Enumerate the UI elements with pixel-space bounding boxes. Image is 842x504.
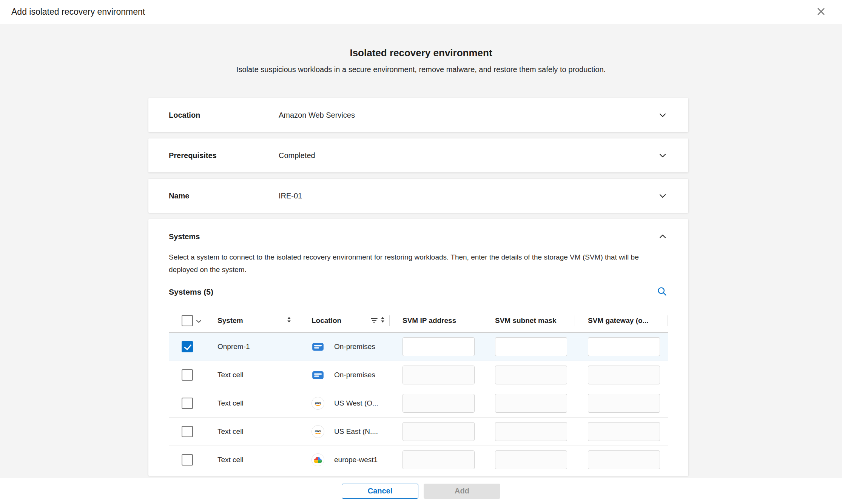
svm-gateway-cell bbox=[575, 446, 668, 474]
system-cell-wrap: Text cell bbox=[211, 389, 298, 417]
sort-icon[interactable] bbox=[380, 316, 385, 325]
location-header-icons bbox=[371, 316, 390, 325]
svm-gateway-input[interactable] bbox=[588, 394, 660, 413]
row-select-cell bbox=[169, 446, 211, 474]
column-header-svm-subnet-label: SVM subnet mask bbox=[495, 317, 557, 325]
provider-icon: aws bbox=[312, 425, 324, 438]
sort-icon[interactable] bbox=[287, 316, 291, 325]
location-cell: aws US East (N.... bbox=[298, 418, 390, 446]
location-label: US East (N.... bbox=[334, 427, 378, 436]
svm-subnet-cell bbox=[482, 361, 575, 389]
dialog-footer: Cancel Add bbox=[0, 478, 842, 504]
systems-table: System Location bbox=[169, 309, 668, 474]
systems-count: Systems (5) bbox=[169, 287, 213, 297]
system-cell: Onprem-1 bbox=[217, 343, 250, 351]
select-menu-caret-icon[interactable] bbox=[196, 317, 201, 325]
dialog-body: Isolated recovery environment Isolate su… bbox=[0, 24, 842, 504]
dialog-header: Add isolated recovery environment bbox=[0, 0, 842, 24]
system-cell: Text cell bbox=[217, 399, 244, 407]
row-checkbox[interactable] bbox=[182, 369, 193, 381]
accordion-prerequisites[interactable]: Prerequisites Completed bbox=[148, 138, 688, 172]
row-select-cell bbox=[169, 418, 211, 446]
intro-section: Isolated recovery environment Isolate su… bbox=[0, 24, 842, 74]
svm-subnet-cell bbox=[482, 446, 575, 474]
table-row: Onprem-1 On-premises bbox=[169, 333, 668, 361]
svm-ip-cell bbox=[390, 333, 482, 361]
systems-accordion-header[interactable]: Systems bbox=[169, 232, 667, 241]
row-checkbox[interactable] bbox=[182, 426, 193, 437]
row-checkbox[interactable] bbox=[182, 341, 193, 352]
select-all-checkbox[interactable] bbox=[182, 315, 193, 326]
row-select-cell bbox=[169, 389, 211, 417]
close-icon bbox=[816, 6, 826, 18]
column-header-svm-gateway-label: SVM gateway (o... bbox=[588, 317, 648, 325]
accordion-list: Location Amazon Web Services Prerequisit… bbox=[148, 98, 688, 476]
svm-subnet-input[interactable] bbox=[495, 394, 567, 413]
system-cell-wrap: Text cell bbox=[211, 361, 298, 389]
svm-ip-input[interactable] bbox=[402, 394, 475, 413]
accordion-value: IRE-01 bbox=[279, 192, 658, 200]
svm-subnet-cell bbox=[482, 333, 575, 361]
svm-ip-input[interactable] bbox=[402, 450, 475, 469]
column-header-location: Location bbox=[298, 309, 390, 332]
svm-subnet-input[interactable] bbox=[495, 366, 567, 384]
search-icon bbox=[657, 286, 667, 298]
page-subtitle: Isolate suspicious workloads in a secure… bbox=[0, 65, 842, 74]
column-header-svm-ip-label: SVM IP address bbox=[402, 317, 456, 325]
accordion-location[interactable]: Location Amazon Web Services bbox=[148, 98, 688, 132]
location-cell: On-premises bbox=[298, 361, 390, 389]
accordion-name[interactable]: Name IRE-01 bbox=[148, 179, 688, 213]
svm-ip-input[interactable] bbox=[402, 366, 475, 384]
svg-text:aws: aws bbox=[315, 429, 321, 433]
svm-subnet-input[interactable] bbox=[495, 422, 567, 441]
page-title: Isolated recovery environment bbox=[0, 47, 842, 59]
location-cell: On-premises bbox=[298, 333, 390, 361]
add-button[interactable]: Add bbox=[424, 484, 500, 499]
svm-gateway-input[interactable] bbox=[588, 450, 660, 469]
row-checkbox[interactable] bbox=[182, 398, 193, 409]
filter-icon[interactable] bbox=[371, 317, 378, 325]
svm-gateway-input[interactable] bbox=[588, 366, 660, 384]
system-cell-wrap: Text cell bbox=[211, 418, 298, 446]
svm-ip-input[interactable] bbox=[402, 337, 475, 356]
search-button[interactable] bbox=[656, 286, 668, 298]
svm-ip-cell bbox=[390, 418, 482, 446]
accordion-value: Amazon Web Services bbox=[279, 111, 658, 120]
column-header-system-label: System bbox=[217, 317, 243, 325]
location-label: On-premises bbox=[334, 343, 375, 351]
location-label: US West (O... bbox=[334, 399, 378, 407]
row-checkbox[interactable] bbox=[182, 454, 193, 466]
svm-ip-cell bbox=[390, 389, 482, 417]
system-cell: Text cell bbox=[217, 427, 244, 436]
systems-table-body: Onprem-1 On-premises Text cell On-premis… bbox=[169, 333, 668, 474]
table-row: Text cell europe-west1 bbox=[169, 446, 668, 474]
svm-gateway-input[interactable] bbox=[588, 337, 660, 356]
svm-subnet-cell bbox=[482, 389, 575, 417]
svm-gateway-cell bbox=[575, 333, 668, 361]
accordion-label: Name bbox=[169, 192, 279, 200]
chevron-down-icon bbox=[658, 191, 667, 200]
location-label: europe-west1 bbox=[334, 456, 378, 464]
svg-text:aws: aws bbox=[315, 401, 321, 404]
system-cell-wrap: Onprem-1 bbox=[211, 333, 298, 361]
provider-icon: aws bbox=[312, 397, 324, 410]
location-label: On-premises bbox=[334, 371, 375, 379]
svm-ip-cell bbox=[390, 446, 482, 474]
svm-subnet-cell bbox=[482, 418, 575, 446]
svm-gateway-cell bbox=[575, 418, 668, 446]
svm-ip-cell bbox=[390, 361, 482, 389]
table-header-row: System Location bbox=[169, 309, 668, 333]
systems-toolbar: Systems (5) bbox=[169, 286, 668, 298]
svm-gateway-cell bbox=[575, 389, 668, 417]
svm-subnet-input[interactable] bbox=[495, 337, 567, 356]
svm-gateway-input[interactable] bbox=[588, 422, 660, 441]
row-select-cell bbox=[169, 361, 211, 389]
chevron-down-icon bbox=[658, 151, 667, 160]
systems-description: Select a system to connect to the isolat… bbox=[169, 251, 664, 276]
row-select-cell bbox=[169, 333, 211, 361]
cancel-button[interactable]: Cancel bbox=[342, 484, 418, 499]
close-button[interactable] bbox=[813, 4, 829, 20]
svm-subnet-input[interactable] bbox=[495, 450, 567, 469]
svm-ip-input[interactable] bbox=[402, 422, 475, 441]
table-row: Text cell aws US West (O... bbox=[169, 389, 668, 418]
